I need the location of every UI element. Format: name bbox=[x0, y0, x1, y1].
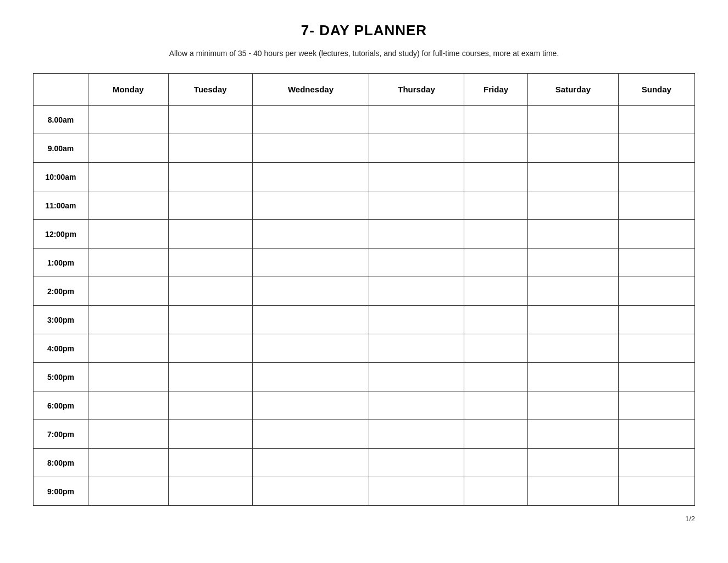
schedule-cell[interactable] bbox=[464, 249, 528, 277]
schedule-cell[interactable] bbox=[618, 477, 694, 506]
schedule-cell[interactable] bbox=[618, 134, 694, 163]
schedule-cell[interactable] bbox=[464, 420, 528, 449]
schedule-cell[interactable] bbox=[528, 249, 619, 277]
schedule-cell[interactable] bbox=[88, 191, 169, 220]
schedule-cell[interactable] bbox=[464, 277, 528, 306]
time-cell[interactable]: 1:00pm bbox=[34, 249, 88, 277]
schedule-cell[interactable] bbox=[168, 306, 252, 334]
time-cell[interactable]: 5:00pm bbox=[34, 363, 88, 391]
schedule-cell[interactable] bbox=[369, 449, 464, 477]
schedule-cell[interactable] bbox=[369, 134, 464, 163]
time-cell[interactable]: 9.00am bbox=[34, 134, 88, 163]
schedule-cell[interactable] bbox=[252, 477, 369, 506]
time-cell[interactable]: 3:00pm bbox=[34, 306, 88, 334]
schedule-cell[interactable] bbox=[618, 163, 694, 191]
schedule-cell[interactable] bbox=[369, 391, 464, 420]
time-cell[interactable]: 12:00pm bbox=[34, 220, 88, 249]
schedule-cell[interactable] bbox=[618, 363, 694, 391]
schedule-cell[interactable] bbox=[528, 134, 619, 163]
schedule-cell[interactable] bbox=[88, 363, 169, 391]
schedule-cell[interactable] bbox=[252, 449, 369, 477]
schedule-cell[interactable] bbox=[528, 220, 619, 249]
schedule-cell[interactable] bbox=[168, 277, 252, 306]
schedule-cell[interactable] bbox=[528, 106, 619, 134]
schedule-cell[interactable] bbox=[88, 306, 169, 334]
schedule-cell[interactable] bbox=[528, 163, 619, 191]
schedule-cell[interactable] bbox=[252, 191, 369, 220]
time-cell[interactable]: 2:00pm bbox=[34, 277, 88, 306]
schedule-cell[interactable] bbox=[168, 191, 252, 220]
schedule-cell[interactable] bbox=[252, 134, 369, 163]
schedule-cell[interactable] bbox=[528, 363, 619, 391]
schedule-cell[interactable] bbox=[88, 391, 169, 420]
schedule-cell[interactable] bbox=[369, 163, 464, 191]
schedule-cell[interactable] bbox=[528, 191, 619, 220]
schedule-cell[interactable] bbox=[88, 477, 169, 506]
schedule-cell[interactable] bbox=[618, 249, 694, 277]
schedule-cell[interactable] bbox=[464, 306, 528, 334]
schedule-cell[interactable] bbox=[369, 191, 464, 220]
schedule-cell[interactable] bbox=[464, 334, 528, 363]
schedule-cell[interactable] bbox=[528, 334, 619, 363]
schedule-cell[interactable] bbox=[168, 477, 252, 506]
schedule-cell[interactable] bbox=[252, 391, 369, 420]
schedule-cell[interactable] bbox=[369, 249, 464, 277]
schedule-cell[interactable] bbox=[88, 220, 169, 249]
schedule-cell[interactable] bbox=[168, 420, 252, 449]
schedule-cell[interactable] bbox=[88, 106, 169, 134]
time-cell[interactable]: 11:00am bbox=[34, 191, 88, 220]
time-cell[interactable]: 6:00pm bbox=[34, 391, 88, 420]
schedule-cell[interactable] bbox=[88, 449, 169, 477]
schedule-cell[interactable] bbox=[252, 363, 369, 391]
schedule-cell[interactable] bbox=[528, 277, 619, 306]
time-cell[interactable]: 4:00pm bbox=[34, 334, 88, 363]
schedule-cell[interactable] bbox=[464, 477, 528, 506]
schedule-cell[interactable] bbox=[369, 477, 464, 506]
schedule-cell[interactable] bbox=[168, 363, 252, 391]
schedule-cell[interactable] bbox=[618, 420, 694, 449]
schedule-cell[interactable] bbox=[88, 334, 169, 363]
schedule-cell[interactable] bbox=[464, 220, 528, 249]
schedule-cell[interactable] bbox=[168, 106, 252, 134]
schedule-cell[interactable] bbox=[88, 277, 169, 306]
schedule-cell[interactable] bbox=[618, 106, 694, 134]
schedule-cell[interactable] bbox=[252, 163, 369, 191]
schedule-cell[interactable] bbox=[464, 449, 528, 477]
schedule-cell[interactable] bbox=[252, 306, 369, 334]
schedule-cell[interactable] bbox=[369, 363, 464, 391]
schedule-cell[interactable] bbox=[528, 477, 619, 506]
schedule-cell[interactable] bbox=[252, 106, 369, 134]
time-cell[interactable]: 9:00pm bbox=[34, 477, 88, 506]
schedule-cell[interactable] bbox=[618, 449, 694, 477]
schedule-cell[interactable] bbox=[88, 134, 169, 163]
schedule-cell[interactable] bbox=[369, 420, 464, 449]
schedule-cell[interactable] bbox=[464, 363, 528, 391]
schedule-cell[interactable] bbox=[618, 306, 694, 334]
schedule-cell[interactable] bbox=[618, 277, 694, 306]
schedule-cell[interactable] bbox=[252, 420, 369, 449]
schedule-cell[interactable] bbox=[252, 249, 369, 277]
schedule-cell[interactable] bbox=[369, 277, 464, 306]
schedule-cell[interactable] bbox=[168, 334, 252, 363]
schedule-cell[interactable] bbox=[252, 220, 369, 249]
schedule-cell[interactable] bbox=[88, 420, 169, 449]
schedule-cell[interactable] bbox=[369, 106, 464, 134]
schedule-cell[interactable] bbox=[528, 449, 619, 477]
schedule-cell[interactable] bbox=[88, 163, 169, 191]
schedule-cell[interactable] bbox=[168, 163, 252, 191]
schedule-cell[interactable] bbox=[618, 191, 694, 220]
schedule-cell[interactable] bbox=[252, 334, 369, 363]
schedule-cell[interactable] bbox=[464, 106, 528, 134]
schedule-cell[interactable] bbox=[618, 391, 694, 420]
schedule-cell[interactable] bbox=[369, 306, 464, 334]
schedule-cell[interactable] bbox=[464, 391, 528, 420]
schedule-cell[interactable] bbox=[528, 420, 619, 449]
time-cell[interactable]: 8.00am bbox=[34, 106, 88, 134]
schedule-cell[interactable] bbox=[369, 220, 464, 249]
schedule-cell[interactable] bbox=[168, 134, 252, 163]
schedule-cell[interactable] bbox=[528, 306, 619, 334]
schedule-cell[interactable] bbox=[369, 334, 464, 363]
schedule-cell[interactable] bbox=[168, 220, 252, 249]
schedule-cell[interactable] bbox=[464, 163, 528, 191]
schedule-cell[interactable] bbox=[168, 249, 252, 277]
